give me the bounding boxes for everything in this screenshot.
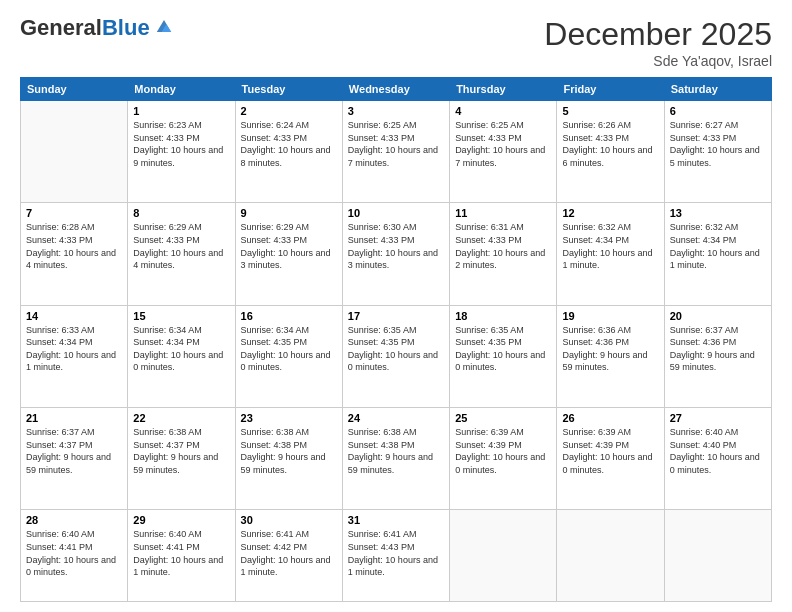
daylight: Daylight: 9 hours and 59 minutes. <box>133 452 218 475</box>
sunrise: Sunrise: 6:29 AM <box>241 222 310 232</box>
daylight: Daylight: 10 hours and 0 minutes. <box>348 350 438 373</box>
day-info: Sunrise: 6:39 AM Sunset: 4:39 PM Dayligh… <box>562 426 658 476</box>
sunrise: Sunrise: 6:37 AM <box>26 427 95 437</box>
daylight: Daylight: 10 hours and 4 minutes. <box>26 248 116 271</box>
day-info: Sunrise: 6:38 AM Sunset: 4:38 PM Dayligh… <box>241 426 337 476</box>
day-cell: 25 Sunrise: 6:39 AM Sunset: 4:39 PM Dayl… <box>450 408 557 510</box>
sunrise: Sunrise: 6:24 AM <box>241 120 310 130</box>
sunrise: Sunrise: 6:38 AM <box>348 427 417 437</box>
daylight: Daylight: 9 hours and 59 minutes. <box>348 452 433 475</box>
daylight: Daylight: 9 hours and 59 minutes. <box>241 452 326 475</box>
day-number: 14 <box>26 310 122 322</box>
daylight: Daylight: 9 hours and 59 minutes. <box>562 350 647 373</box>
sunset: Sunset: 4:33 PM <box>670 133 737 143</box>
day-number: 3 <box>348 105 444 117</box>
sunset: Sunset: 4:33 PM <box>455 235 522 245</box>
daylight: Daylight: 10 hours and 1 minute. <box>670 248 760 271</box>
logo: GeneralBlue <box>20 16 176 40</box>
weekday-header-row: SundayMondayTuesdayWednesdayThursdayFrid… <box>21 78 772 101</box>
day-cell: 1 Sunrise: 6:23 AM Sunset: 4:33 PM Dayli… <box>128 101 235 203</box>
sunset: Sunset: 4:42 PM <box>241 542 308 552</box>
day-cell: 10 Sunrise: 6:30 AM Sunset: 4:33 PM Dayl… <box>342 203 449 305</box>
sunrise: Sunrise: 6:32 AM <box>562 222 631 232</box>
day-number: 24 <box>348 412 444 424</box>
sunset: Sunset: 4:35 PM <box>241 337 308 347</box>
sunset: Sunset: 4:37 PM <box>26 440 93 450</box>
sunrise: Sunrise: 6:40 AM <box>26 529 95 539</box>
day-info: Sunrise: 6:40 AM Sunset: 4:41 PM Dayligh… <box>26 528 122 578</box>
day-cell: 19 Sunrise: 6:36 AM Sunset: 4:36 PM Dayl… <box>557 305 664 407</box>
day-info: Sunrise: 6:40 AM Sunset: 4:41 PM Dayligh… <box>133 528 229 578</box>
day-info: Sunrise: 6:33 AM Sunset: 4:34 PM Dayligh… <box>26 324 122 374</box>
day-info: Sunrise: 6:25 AM Sunset: 4:33 PM Dayligh… <box>348 119 444 169</box>
day-cell: 2 Sunrise: 6:24 AM Sunset: 4:33 PM Dayli… <box>235 101 342 203</box>
page: GeneralBlue December 2025 Sde Ya'aqov, I… <box>0 0 792 612</box>
daylight: Daylight: 10 hours and 2 minutes. <box>455 248 545 271</box>
day-number: 5 <box>562 105 658 117</box>
sunrise: Sunrise: 6:30 AM <box>348 222 417 232</box>
day-number: 6 <box>670 105 766 117</box>
day-number: 10 <box>348 207 444 219</box>
title-block: December 2025 Sde Ya'aqov, Israel <box>544 16 772 69</box>
weekday-header-wednesday: Wednesday <box>342 78 449 101</box>
logo-text: GeneralBlue <box>20 17 150 39</box>
sunrise: Sunrise: 6:39 AM <box>562 427 631 437</box>
sunrise: Sunrise: 6:41 AM <box>241 529 310 539</box>
daylight: Daylight: 10 hours and 7 minutes. <box>348 145 438 168</box>
week-row-1: 1 Sunrise: 6:23 AM Sunset: 4:33 PM Dayli… <box>21 101 772 203</box>
month-title: December 2025 <box>544 16 772 53</box>
day-info: Sunrise: 6:38 AM Sunset: 4:38 PM Dayligh… <box>348 426 444 476</box>
day-cell: 3 Sunrise: 6:25 AM Sunset: 4:33 PM Dayli… <box>342 101 449 203</box>
sunset: Sunset: 4:33 PM <box>348 133 415 143</box>
sunset: Sunset: 4:39 PM <box>562 440 629 450</box>
day-info: Sunrise: 6:31 AM Sunset: 4:33 PM Dayligh… <box>455 221 551 271</box>
day-info: Sunrise: 6:24 AM Sunset: 4:33 PM Dayligh… <box>241 119 337 169</box>
day-cell: 22 Sunrise: 6:38 AM Sunset: 4:37 PM Dayl… <box>128 408 235 510</box>
day-number: 25 <box>455 412 551 424</box>
day-number: 21 <box>26 412 122 424</box>
sunset: Sunset: 4:35 PM <box>455 337 522 347</box>
day-cell: 8 Sunrise: 6:29 AM Sunset: 4:33 PM Dayli… <box>128 203 235 305</box>
weekday-header-saturday: Saturday <box>664 78 771 101</box>
location: Sde Ya'aqov, Israel <box>544 53 772 69</box>
daylight: Daylight: 10 hours and 8 minutes. <box>241 145 331 168</box>
day-number: 7 <box>26 207 122 219</box>
day-cell: 21 Sunrise: 6:37 AM Sunset: 4:37 PM Dayl… <box>21 408 128 510</box>
day-cell <box>450 510 557 602</box>
day-number: 26 <box>562 412 658 424</box>
day-number: 12 <box>562 207 658 219</box>
day-cell <box>664 510 771 602</box>
daylight: Daylight: 10 hours and 1 minute. <box>348 555 438 578</box>
day-info: Sunrise: 6:23 AM Sunset: 4:33 PM Dayligh… <box>133 119 229 169</box>
sunrise: Sunrise: 6:39 AM <box>455 427 524 437</box>
weekday-header-monday: Monday <box>128 78 235 101</box>
sunrise: Sunrise: 6:23 AM <box>133 120 202 130</box>
day-number: 31 <box>348 514 444 526</box>
sunset: Sunset: 4:37 PM <box>133 440 200 450</box>
day-cell <box>557 510 664 602</box>
sunrise: Sunrise: 6:35 AM <box>348 325 417 335</box>
sunrise: Sunrise: 6:40 AM <box>670 427 739 437</box>
daylight: Daylight: 10 hours and 4 minutes. <box>133 248 223 271</box>
sunset: Sunset: 4:35 PM <box>348 337 415 347</box>
daylight: Daylight: 10 hours and 7 minutes. <box>455 145 545 168</box>
daylight: Daylight: 10 hours and 0 minutes. <box>241 350 331 373</box>
day-info: Sunrise: 6:36 AM Sunset: 4:36 PM Dayligh… <box>562 324 658 374</box>
week-row-2: 7 Sunrise: 6:28 AM Sunset: 4:33 PM Dayli… <box>21 203 772 305</box>
day-info: Sunrise: 6:41 AM Sunset: 4:42 PM Dayligh… <box>241 528 337 578</box>
day-number: 15 <box>133 310 229 322</box>
sunset: Sunset: 4:36 PM <box>670 337 737 347</box>
day-cell <box>21 101 128 203</box>
day-info: Sunrise: 6:39 AM Sunset: 4:39 PM Dayligh… <box>455 426 551 476</box>
daylight: Daylight: 10 hours and 1 minute. <box>26 350 116 373</box>
daylight: Daylight: 9 hours and 59 minutes. <box>26 452 111 475</box>
day-cell: 16 Sunrise: 6:34 AM Sunset: 4:35 PM Dayl… <box>235 305 342 407</box>
sunset: Sunset: 4:33 PM <box>133 235 200 245</box>
day-number: 23 <box>241 412 337 424</box>
day-cell: 15 Sunrise: 6:34 AM Sunset: 4:34 PM Dayl… <box>128 305 235 407</box>
day-info: Sunrise: 6:29 AM Sunset: 4:33 PM Dayligh… <box>133 221 229 271</box>
day-cell: 4 Sunrise: 6:25 AM Sunset: 4:33 PM Dayli… <box>450 101 557 203</box>
day-cell: 5 Sunrise: 6:26 AM Sunset: 4:33 PM Dayli… <box>557 101 664 203</box>
sunrise: Sunrise: 6:37 AM <box>670 325 739 335</box>
logo-blue: Blue <box>102 15 150 40</box>
